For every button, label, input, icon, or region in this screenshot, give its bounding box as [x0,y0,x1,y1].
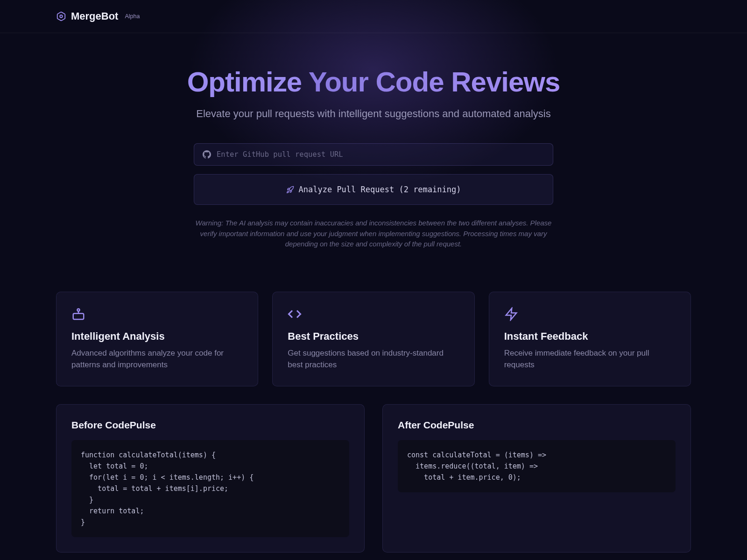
svg-rect-1 [73,313,84,319]
rocket-icon [286,186,294,194]
feature-title: Instant Feedback [504,330,676,343]
alpha-badge: Alpha [125,13,140,20]
compare-section: Before CodePulse function calculateTotal… [56,404,691,553]
title-plain: Optimize [187,66,309,98]
main-content: Optimize Your Code Reviews Elevate your … [0,33,747,553]
page-subtitle: Elevate your pull requests with intellig… [145,108,602,120]
page-title: Optimize Your Code Reviews [145,67,602,98]
url-input-wrapper [194,143,553,166]
input-block: Analyze Pull Request (2 remaining) [194,143,553,205]
after-card: After CodePulse const calculateTotal = (… [382,404,691,553]
feature-title: Best Practices [288,330,459,343]
analyze-button-label: Analyze Pull Request (2 remaining) [299,185,461,194]
brand-logo[interactable]: MergeBot Alpha [56,10,140,22]
before-title: Before CodePulse [71,420,349,431]
zap-icon [504,307,518,321]
app-header: MergeBot Alpha [0,0,747,33]
warning-text: Warning: The AI analysis may contain ina… [194,218,553,250]
code-icon [288,307,302,321]
after-code: const calculateTotal = (items) => items.… [398,440,676,492]
feature-card-feedback: Instant Feedback Receive immediate feedb… [489,292,691,386]
svg-point-2 [78,308,80,311]
hero-section: Optimize Your Code Reviews Elevate your … [145,67,602,250]
feature-card-analysis: Intelligent Analysis Advanced algorithms… [56,292,258,386]
before-code: function calculateTotal(items) { let tot… [71,440,349,537]
analyze-button[interactable]: Analyze Pull Request (2 remaining) [194,174,553,205]
feature-desc: Receive immediate feedback on your pull … [504,347,676,371]
after-title: After CodePulse [398,420,676,431]
github-icon [203,150,211,159]
svg-marker-5 [506,308,516,320]
bot-icon [71,307,85,321]
svg-point-0 [60,15,63,18]
before-card: Before CodePulse function calculateTotal… [56,404,365,553]
feature-desc: Get suggestions based on industry-standa… [288,347,459,371]
hexagon-icon [56,11,66,21]
features-grid: Intelligent Analysis Advanced algorithms… [56,292,691,386]
feature-desc: Advanced algorithms analyze your code fo… [71,347,243,371]
brand-name: MergeBot [71,10,118,22]
feature-card-practices: Best Practices Get suggestions based on … [272,292,474,386]
title-accent: Your Code Reviews [309,66,560,98]
pr-url-input[interactable] [217,150,544,159]
feature-title: Intelligent Analysis [71,330,243,343]
